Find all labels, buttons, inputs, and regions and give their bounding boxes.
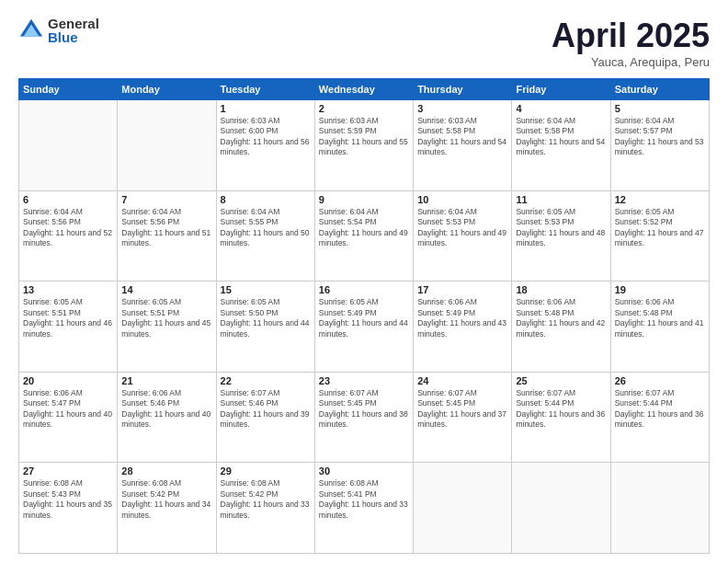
month-title: April 2025: [552, 17, 710, 55]
day-cell: [610, 463, 709, 554]
day-info: Sunrise: 6:07 AM Sunset: 5:44 PM Dayligh…: [516, 388, 606, 431]
day-number: 7: [121, 194, 211, 205]
weekday-header-wednesday: Wednesday: [314, 79, 413, 100]
day-number: 16: [319, 284, 409, 295]
day-info: Sunrise: 6:04 AM Sunset: 5:53 PM Dayligh…: [417, 207, 507, 249]
weekday-header-sunday: Sunday: [19, 79, 118, 100]
day-cell: [19, 100, 118, 191]
day-number: 2: [319, 103, 409, 114]
week-row-3: 13Sunrise: 6:05 AM Sunset: 5:51 PM Dayli…: [19, 282, 710, 373]
day-cell: 11Sunrise: 6:05 AM Sunset: 5:53 PM Dayli…: [512, 190, 610, 282]
logo-icon: [18, 17, 44, 43]
day-cell: 10Sunrise: 6:04 AM Sunset: 5:53 PM Dayli…: [414, 190, 512, 282]
day-cell: 7Sunrise: 6:04 AM Sunset: 5:56 PM Daylig…: [118, 190, 216, 282]
day-info: Sunrise: 6:07 AM Sunset: 5:45 PM Dayligh…: [319, 388, 409, 431]
day-cell: 30Sunrise: 6:08 AM Sunset: 5:41 PM Dayli…: [314, 463, 413, 554]
day-number: 4: [516, 103, 606, 114]
day-cell: 27Sunrise: 6:08 AM Sunset: 5:43 PM Dayli…: [19, 463, 118, 554]
day-number: 3: [417, 103, 507, 114]
day-cell: 16Sunrise: 6:05 AM Sunset: 5:49 PM Dayli…: [314, 282, 413, 373]
day-info: Sunrise: 6:08 AM Sunset: 5:41 PM Dayligh…: [319, 478, 409, 521]
day-number: 28: [121, 465, 211, 477]
day-info: Sunrise: 6:07 AM Sunset: 5:45 PM Dayligh…: [417, 388, 507, 431]
day-info: Sunrise: 6:08 AM Sunset: 5:42 PM Dayligh…: [121, 478, 211, 521]
day-info: Sunrise: 6:08 AM Sunset: 5:42 PM Dayligh…: [221, 478, 311, 521]
day-cell: 23Sunrise: 6:07 AM Sunset: 5:45 PM Dayli…: [314, 372, 413, 463]
day-number: 14: [121, 284, 211, 295]
day-info: Sunrise: 6:06 AM Sunset: 5:48 PM Dayligh…: [516, 297, 606, 339]
day-cell: 1Sunrise: 6:03 AM Sunset: 6:00 PM Daylig…: [216, 100, 314, 191]
day-number: 8: [221, 194, 311, 205]
day-info: Sunrise: 6:05 AM Sunset: 5:51 PM Dayligh…: [23, 297, 113, 339]
day-cell: 18Sunrise: 6:06 AM Sunset: 5:48 PM Dayli…: [512, 282, 610, 373]
location: Yauca, Arequipa, Peru: [552, 55, 710, 69]
weekday-header-row: SundayMondayTuesdayWednesdayThursdayFrid…: [19, 79, 710, 100]
day-number: 23: [319, 375, 409, 386]
day-cell: [414, 463, 512, 554]
day-number: 29: [221, 465, 311, 477]
day-cell: 13Sunrise: 6:05 AM Sunset: 5:51 PM Dayli…: [19, 282, 118, 373]
day-cell: 28Sunrise: 6:08 AM Sunset: 5:42 PM Dayli…: [118, 463, 216, 554]
day-info: Sunrise: 6:04 AM Sunset: 5:56 PM Dayligh…: [121, 207, 211, 249]
day-cell: 26Sunrise: 6:07 AM Sunset: 5:44 PM Dayli…: [610, 372, 709, 463]
day-cell: 24Sunrise: 6:07 AM Sunset: 5:45 PM Dayli…: [414, 372, 512, 463]
day-cell: [512, 463, 610, 554]
day-number: 15: [221, 284, 311, 295]
weekday-header-thursday: Thursday: [414, 79, 512, 100]
weekday-header-monday: Monday: [118, 79, 216, 100]
day-cell: 2Sunrise: 6:03 AM Sunset: 5:59 PM Daylig…: [314, 100, 413, 191]
day-cell: 20Sunrise: 6:06 AM Sunset: 5:47 PM Dayli…: [19, 372, 118, 463]
day-info: Sunrise: 6:04 AM Sunset: 5:57 PM Dayligh…: [615, 116, 705, 158]
day-info: Sunrise: 6:06 AM Sunset: 5:46 PM Dayligh…: [121, 388, 211, 431]
week-row-1: 1Sunrise: 6:03 AM Sunset: 6:00 PM Daylig…: [19, 100, 710, 191]
day-cell: 22Sunrise: 6:07 AM Sunset: 5:46 PM Dayli…: [216, 372, 314, 463]
logo-general: General: [48, 17, 99, 30]
day-number: 25: [516, 375, 606, 386]
day-cell: 21Sunrise: 6:06 AM Sunset: 5:46 PM Dayli…: [118, 372, 216, 463]
day-number: 22: [221, 375, 311, 386]
day-number: 10: [417, 194, 507, 205]
week-row-2: 6Sunrise: 6:04 AM Sunset: 5:56 PM Daylig…: [19, 190, 710, 282]
day-cell: 29Sunrise: 6:08 AM Sunset: 5:42 PM Dayli…: [216, 463, 314, 554]
day-number: 18: [516, 284, 606, 295]
day-cell: 3Sunrise: 6:03 AM Sunset: 5:58 PM Daylig…: [414, 100, 512, 191]
day-cell: 17Sunrise: 6:06 AM Sunset: 5:49 PM Dayli…: [414, 282, 512, 373]
day-info: Sunrise: 6:03 AM Sunset: 5:58 PM Dayligh…: [417, 116, 507, 158]
day-number: 26: [615, 375, 705, 386]
day-info: Sunrise: 6:03 AM Sunset: 5:59 PM Dayligh…: [319, 116, 409, 158]
day-info: Sunrise: 6:06 AM Sunset: 5:49 PM Dayligh…: [417, 297, 507, 339]
day-info: Sunrise: 6:05 AM Sunset: 5:50 PM Dayligh…: [221, 297, 311, 339]
title-area: April 2025 Yauca, Arequipa, Peru: [552, 17, 710, 69]
day-number: 13: [23, 284, 113, 295]
week-row-5: 27Sunrise: 6:08 AM Sunset: 5:43 PM Dayli…: [19, 463, 710, 554]
day-cell: 14Sunrise: 6:05 AM Sunset: 5:51 PM Dayli…: [118, 282, 216, 373]
day-number: 30: [319, 465, 409, 477]
day-info: Sunrise: 6:05 AM Sunset: 5:53 PM Dayligh…: [516, 207, 606, 249]
day-info: Sunrise: 6:06 AM Sunset: 5:47 PM Dayligh…: [23, 388, 113, 431]
weekday-header-saturday: Saturday: [610, 79, 709, 100]
day-cell: [118, 100, 216, 191]
header: General Blue April 2025 Yauca, Arequipa,…: [18, 17, 710, 69]
day-cell: 5Sunrise: 6:04 AM Sunset: 5:57 PM Daylig…: [610, 100, 709, 191]
day-info: Sunrise: 6:04 AM Sunset: 5:56 PM Dayligh…: [23, 207, 113, 249]
day-number: 24: [417, 375, 507, 386]
day-number: 17: [417, 284, 507, 295]
day-number: 27: [23, 465, 113, 477]
day-number: 1: [221, 103, 311, 114]
day-info: Sunrise: 6:04 AM Sunset: 5:55 PM Dayligh…: [221, 207, 311, 249]
week-row-4: 20Sunrise: 6:06 AM Sunset: 5:47 PM Dayli…: [19, 372, 710, 463]
day-number: 21: [121, 375, 211, 386]
day-number: 9: [319, 194, 409, 205]
day-info: Sunrise: 6:07 AM Sunset: 5:44 PM Dayligh…: [615, 388, 705, 431]
day-info: Sunrise: 6:06 AM Sunset: 5:48 PM Dayligh…: [615, 297, 705, 339]
day-number: 19: [615, 284, 705, 295]
day-info: Sunrise: 6:07 AM Sunset: 5:46 PM Dayligh…: [221, 388, 311, 431]
day-number: 6: [23, 194, 113, 205]
calendar-table: SundayMondayTuesdayWednesdayThursdayFrid…: [18, 78, 710, 554]
day-info: Sunrise: 6:05 AM Sunset: 5:49 PM Dayligh…: [319, 297, 409, 339]
page: General Blue April 2025 Yauca, Arequipa,…: [0, 0, 728, 563]
day-info: Sunrise: 6:05 AM Sunset: 5:51 PM Dayligh…: [121, 297, 211, 339]
day-cell: 12Sunrise: 6:05 AM Sunset: 5:52 PM Dayli…: [610, 190, 709, 282]
logo-text: General Blue: [48, 17, 99, 44]
day-info: Sunrise: 6:04 AM Sunset: 5:54 PM Dayligh…: [319, 207, 409, 249]
